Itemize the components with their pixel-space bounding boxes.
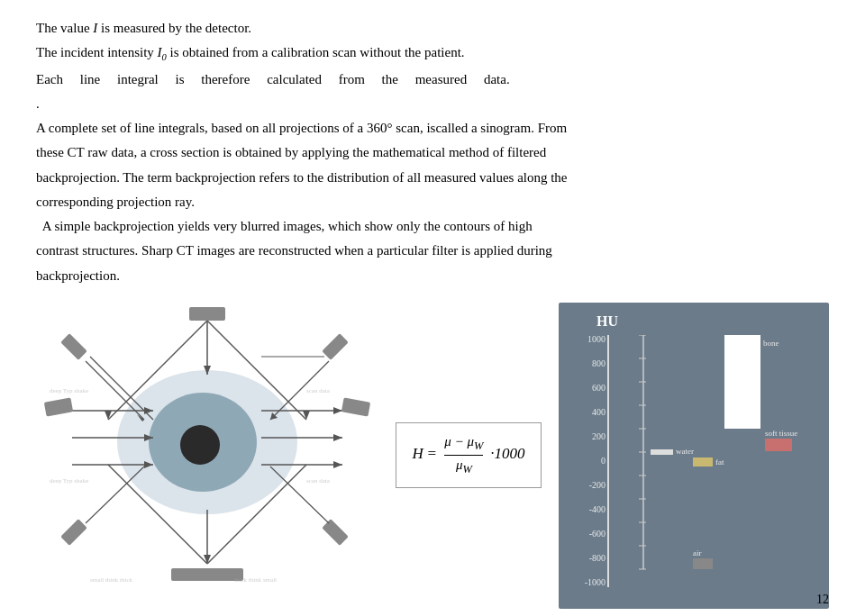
text-line2-start: The incident intensity	[36, 45, 158, 59]
text-line1-start: The value	[36, 21, 93, 35]
formula-denominator: μW	[456, 456, 472, 476]
y-label-neg200: -200	[589, 481, 606, 490]
svg-text:small think thick: small think thick	[90, 576, 133, 584]
svg-rect-31	[60, 333, 87, 360]
svg-line-38	[270, 467, 329, 523]
formula-numerator: μ − μW	[444, 434, 483, 456]
chart-inner: 1000 800 600 400 200 0 -200 -400 -600 -8…	[571, 335, 820, 587]
y-label-200: 200	[592, 432, 606, 441]
paragraph-1: The value I is measured by the detector.	[36, 18, 829, 39]
svg-rect-67	[693, 558, 713, 569]
ct-diagram: deep Typ shake deep Typ shake scan data …	[36, 303, 378, 609]
y-label-0: 0	[601, 457, 606, 466]
svg-rect-32	[322, 519, 349, 546]
chart-svg: water fat bone soft tissue	[609, 335, 858, 587]
svg-marker-12	[204, 555, 211, 564]
svg-text:deep Typ shake: deep Typ shake	[50, 387, 88, 394]
svg-text:scan data: scan data	[306, 387, 331, 394]
formula-times: ·1000	[490, 445, 524, 462]
svg-text:air: air	[693, 548, 702, 557]
text-line8: A simple backprojection yields very blur…	[36, 219, 533, 233]
svg-marker-22	[333, 407, 342, 414]
svg-text:deep Typ shake: deep Typ shake	[50, 477, 88, 485]
paragraph-3: Each line integral is therefore calculat…	[36, 69, 829, 90]
paragraph-2: The incident intensity I0 is obtained fr…	[36, 42, 829, 65]
svg-text:soft tissue: soft tissue	[765, 429, 797, 438]
svg-marker-6	[105, 411, 112, 420]
paragraph-4: .	[36, 94, 829, 114]
formula-area: H = μ − μW μW ·1000	[387, 303, 550, 609]
svg-text:bone: bone	[763, 339, 779, 348]
svg-rect-27	[189, 307, 225, 321]
svg-point-2	[180, 425, 220, 465]
text-line6: backprojection. The term backprojection …	[36, 170, 568, 185]
svg-rect-63	[724, 335, 760, 429]
svg-rect-65	[765, 439, 792, 451]
y-label-1000: 1000	[587, 335, 606, 344]
formula-H: H	[413, 445, 423, 462]
svg-text:fat: fat	[715, 457, 724, 467]
svg-marker-24	[333, 461, 342, 468]
svg-text:scan data: scan data	[306, 477, 331, 485]
text-line10: backprojection.	[36, 268, 120, 283]
text-dot: .	[36, 96, 40, 111]
y-label-neg400: -400	[589, 505, 606, 514]
ct-diagram-svg: deep Typ shake deep Typ shake scan data …	[36, 303, 378, 591]
paragraph-10: contrast structures. Sharp CT images are…	[36, 240, 829, 261]
text-line9: contrast structures. Sharp CT images are…	[36, 243, 552, 258]
page-number: 12	[816, 593, 829, 607]
paragraph-5: A complete set of line integrals, based …	[36, 118, 829, 139]
svg-rect-61	[693, 457, 713, 467]
y-label-400: 400	[592, 408, 606, 417]
y-label-800: 800	[592, 359, 606, 368]
paragraph-7: backprojection. The term backprojection …	[36, 168, 829, 188]
paragraph-9: A simple backprojection yields very blur…	[36, 216, 829, 237]
svg-rect-30	[341, 397, 370, 416]
y-label-neg600: -600	[589, 530, 606, 539]
svg-rect-33	[322, 333, 349, 360]
main-text: The value I is measured by the detector.…	[36, 18, 829, 286]
y-label-600: 600	[592, 384, 606, 393]
text-line5: these CT raw data, a cross section is ob…	[36, 145, 546, 159]
svg-marker-8	[303, 411, 310, 420]
bottom-section: deep Typ shake deep Typ shake scan data …	[36, 303, 829, 609]
paragraph-6: these CT raw data, a cross section is ob…	[36, 142, 829, 163]
y-label-neg1000: -1000	[585, 578, 606, 587]
text-line4: A complete set of line integrals, based …	[36, 121, 567, 135]
text-line2-end: is obtained from a calibration scan with…	[167, 45, 465, 59]
paragraph-8: corresponding projection ray.	[36, 192, 829, 213]
page: The value I is measured by the detector.…	[0, 0, 865, 616]
text-line3: Each line integral is therefore calculat…	[36, 72, 510, 86]
hu-chart: HU 1000 800 600 400 200 0 -200 -400 -600…	[559, 303, 829, 609]
svg-line-37	[86, 467, 144, 523]
svg-text:thick think small: thick think small	[234, 576, 277, 584]
svg-rect-28	[171, 568, 243, 581]
formula-equals: =	[427, 445, 442, 462]
svg-text:water: water	[676, 447, 694, 456]
svg-rect-34	[60, 519, 87, 546]
y-label-neg800: -800	[589, 554, 606, 563]
chart-title: HU	[571, 313, 820, 330]
formula-box: H = μ − μW μW ·1000	[396, 422, 542, 488]
svg-rect-29	[44, 397, 73, 416]
svg-marker-23	[333, 434, 342, 441]
formula-fraction: μ − μW μW	[444, 434, 483, 476]
variable-I0: I0	[158, 45, 167, 59]
text-line7: corresponding projection ray.	[36, 195, 195, 209]
y-axis-labels: 1000 800 600 400 200 0 -200 -400 -600 -8…	[571, 335, 606, 587]
paragraph-11: backprojection.	[36, 266, 829, 286]
text-line1-end: is measured by the detector.	[97, 21, 251, 35]
svg-rect-59	[651, 449, 673, 455]
